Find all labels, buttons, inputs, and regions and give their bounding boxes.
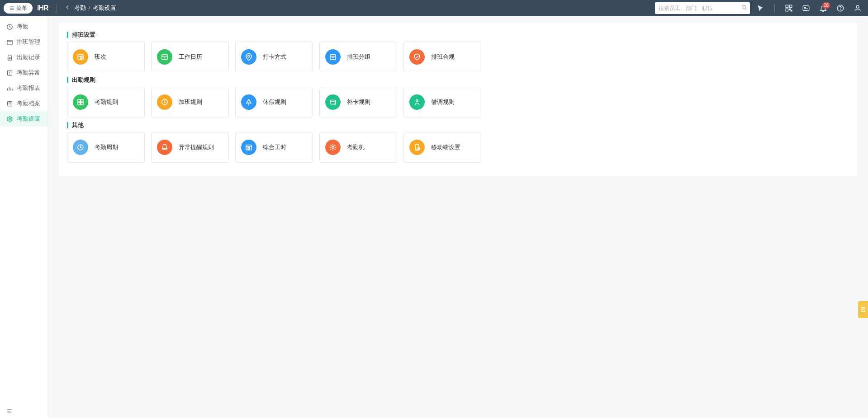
card-label: 排班合规 [431, 53, 455, 61]
svg-point-40 [248, 55, 250, 57]
svg-point-3 [742, 5, 745, 9]
qr-icon[interactable] [782, 1, 796, 15]
warning-icon [6, 70, 13, 76]
settings-card[interactable]: 考勤周期 [67, 132, 145, 163]
list-icon [9, 5, 14, 11]
sidebar-item-archive[interactable]: 考勤档案 [0, 96, 47, 111]
vacation-icon [241, 94, 256, 110]
settings-card[interactable]: 补卡规则 [319, 87, 397, 117]
sidebar-collapse-button[interactable] [0, 404, 47, 418]
svg-text:7: 7 [164, 57, 166, 60]
sidebar-item-report[interactable]: 考勤报表 [0, 80, 47, 96]
chart-icon [6, 85, 13, 92]
section-title: 其他 [67, 121, 849, 129]
sidebar-item-label: 出勤记录 [17, 53, 40, 61]
breadcrumb-separator: / [89, 5, 90, 12]
sidebar-item-records[interactable]: 出勤记录 [0, 50, 47, 65]
svg-point-11 [804, 7, 806, 9]
settings-card[interactable]: 考勤规则 [67, 87, 145, 117]
clock-icon [6, 23, 13, 30]
card-row: 考勤规则加班规则休假规则补卡规则借调规则 [67, 87, 849, 117]
sidebar-item-exception[interactable]: 考勤异常 [0, 65, 47, 80]
compliance-icon [409, 49, 425, 65]
header-actions: 16 [655, 1, 864, 15]
mobile-icon [409, 140, 425, 155]
archive-icon [6, 100, 13, 107]
calendar-icon: 7 [157, 49, 172, 65]
card-label: 异常提醒规则 [179, 143, 214, 151]
sidebar: 考勤 排班管理 出勤记录 考勤异常 考勤报表 考勤档案 考勤设置 [0, 16, 48, 418]
breadcrumb: 考勤 / 考勤设置 [74, 4, 117, 12]
svg-point-60 [332, 146, 334, 149]
svg-point-54 [416, 100, 418, 102]
sidebar-item-schedule[interactable]: 排班管理 [0, 34, 47, 50]
section-title: 排班设置 [67, 31, 849, 39]
settings-card[interactable]: 综合工时 [235, 132, 313, 163]
menu-button[interactable]: 菜单 [4, 3, 33, 14]
card-label: 休假规则 [263, 98, 286, 106]
breadcrumb-leaf: 考勤设置 [93, 4, 116, 12]
card-label: 考勤规则 [95, 98, 118, 106]
sidebar-item-attendance[interactable]: 考勤 [0, 19, 47, 34]
location-icon [241, 49, 256, 65]
card-label: 综合工时 [263, 143, 286, 151]
svg-rect-44 [78, 99, 80, 102]
global-search [655, 2, 750, 14]
settings-card[interactable]: 异常提醒规则 [151, 132, 229, 163]
card-label: 补卡规则 [347, 98, 370, 106]
svg-rect-6 [790, 5, 792, 7]
profile-icon[interactable] [851, 1, 864, 15]
notification-badge: 16 [822, 2, 830, 9]
settings-card[interactable]: 移动端设置 [403, 132, 481, 163]
alert-icon [157, 140, 172, 155]
svg-point-36 [80, 57, 82, 59]
help-icon[interactable] [834, 1, 847, 15]
card-label: 打卡方式 [263, 53, 286, 61]
svg-rect-46 [78, 103, 80, 105]
svg-rect-7 [786, 9, 788, 11]
settings-card[interactable]: 借调规则 [403, 87, 481, 117]
cursor-icon[interactable] [754, 1, 767, 15]
card-label: 考勤周期 [95, 143, 118, 151]
svg-line-4 [745, 9, 747, 10]
sidebar-item-label: 排班管理 [17, 38, 40, 46]
collapse-icon [6, 408, 13, 414]
bell-icon[interactable]: 16 [816, 1, 830, 15]
recard-icon [325, 94, 341, 110]
svg-rect-45 [81, 99, 83, 102]
settings-card[interactable]: 加班规则 [151, 87, 229, 117]
settings-card[interactable]: 排班合规 [403, 42, 481, 72]
card-label: 工作日历 [179, 53, 202, 61]
card-label: 移动端设置 [431, 143, 460, 151]
settings-card[interactable]: 打卡方式 [235, 42, 313, 72]
divider [774, 4, 775, 13]
divider [57, 4, 57, 13]
card-label: 借调规则 [431, 98, 455, 106]
settings-card[interactable]: 7工作日历 [151, 42, 229, 72]
card-label: 考勤机 [347, 143, 365, 151]
back-button[interactable] [61, 4, 74, 12]
search-icon[interactable] [741, 4, 747, 12]
svg-point-14 [856, 5, 859, 8]
sidebar-item-label: 考勤设置 [17, 115, 40, 123]
settings-card[interactable]: 休假规则 [235, 87, 313, 117]
secondment-icon [409, 94, 425, 110]
settings-card[interactable]: 排班分组 [319, 42, 397, 72]
calendar-icon [6, 39, 13, 46]
rules-icon [73, 94, 88, 110]
breadcrumb-root[interactable]: 考勤 [74, 4, 86, 12]
sidebar-item-label: 考勤 [17, 23, 28, 31]
card-label: 排班分组 [347, 53, 370, 61]
document-icon [6, 54, 13, 61]
settings-card[interactable]: 考勤机 [319, 132, 397, 163]
user-card-icon[interactable] [799, 1, 813, 15]
search-input[interactable] [655, 2, 750, 14]
app-logo: iHR [37, 4, 48, 12]
sidebar-item-settings[interactable]: 考勤设置 [0, 111, 47, 127]
device-icon [325, 140, 341, 155]
settings-card[interactable]: 班次 [67, 42, 145, 72]
menu-label: 菜单 [16, 5, 27, 12]
hours-icon [241, 140, 256, 155]
settings-panel: 排班设置班次7工作日历打卡方式排班分组排班合规出勤规则考勤规则加班规则休假规则补… [59, 23, 857, 176]
side-tab-button[interactable] [858, 301, 868, 318]
